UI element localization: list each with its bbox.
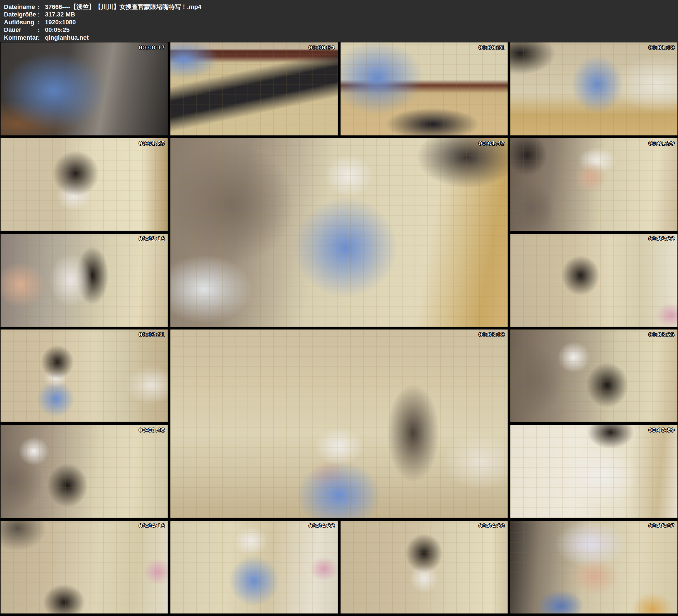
meta-row-filesize: Dateigröße : 317.32 MB [4,11,675,19]
meta-row-filename: Dateiname : 37666----【渎竺】【川川】女搜查官蒙眼堵嘴特写！… [4,3,675,11]
video-thumbnail: 00:02:33 [511,234,677,327]
video-thumbnail: 00:02:51 [1,330,167,422]
thumbnail-timestamp: 00:02:51 [139,331,165,338]
thumbnail-timestamp: 00:03:25 [648,331,675,338]
meta-row-duration: Dauer : 00:05:25 [4,26,675,34]
thumbnail-timestamp: 00:00:34 [309,44,335,51]
meta-separator: : [38,19,45,26]
thumbnail-timestamp: 00:01:59 [648,140,675,147]
thumbnail-timestamp: 00:03:42 [139,427,165,433]
thumbnail-timestamp: 00:05:07 [648,523,675,529]
thumbnail-timestamp: 00:01:08 [648,44,675,51]
resolution-value: 1920x1080 [45,19,675,26]
thumbnail-grid: 00:00:17 00:00:34 00:00:51 00:01:08 00:0… [1,42,677,614]
video-thumbnail: 00:05:07 [511,521,677,614]
video-thumbnail: 00:00:34 [171,42,337,136]
video-thumbnail: 00:04:33 [171,521,337,614]
video-thumbnail: 00:04:50 [341,521,507,614]
video-thumbnail: 00:00:17 [1,42,167,136]
video-thumbnail-large: 00:01:42 [171,138,507,327]
meta-separator: : [38,26,45,34]
thumbnail-timestamp: 00:00:51 [479,44,505,51]
meta-separator: : [38,11,45,18]
thumbnail-timestamp: 00:02:33 [648,235,675,242]
thumbnail-timestamp: 00:03:08 [479,331,505,338]
thumbnail-timestamp: 00:03:59 [648,427,675,433]
video-thumbnail: 00:00:51 [341,42,507,136]
video-thumbnail: 00:03:42 [1,425,167,518]
thumbnail-timestamp: 00:04:50 [479,523,505,529]
meta-label: Kommentar [4,34,38,41]
thumbnail-timestamp: 00:00:17 [139,44,165,51]
video-thumbnail: 00:03:59 [511,425,677,518]
thumbnail-timestamp: 00:01:42 [479,140,505,147]
video-thumbnail: 00:04:16 [1,521,167,614]
video-thumbnail: 00:01:08 [511,42,677,136]
video-thumbnail: 00:03:25 [511,330,677,422]
thumbnail-timestamp: 00:04:33 [309,523,335,529]
video-thumbnail: 00:02:16 [1,234,167,327]
meta-row-resolution: Auflösung : 1920x1080 [4,18,675,26]
meta-label: Dateigröße [4,11,38,18]
contact-sheet-screenshot: { "colors": { "header_bg": "#2e2e2e", "h… [0,0,678,616]
metadata-header: Dateiname : 37666----【渎竺】【川川】女搜查官蒙眼堵嘴特写！… [0,0,678,42]
video-thumbnail: 00:01:59 [511,138,677,231]
filesize-value: 317.32 MB [45,11,675,18]
comment-value: qinglanhua.net [45,34,675,41]
thumbnail-timestamp: 00:04:16 [139,523,165,529]
meta-separator: : [38,3,45,11]
meta-label: Auflösung [4,19,38,26]
duration-value: 00:05:25 [45,26,675,34]
meta-label: Dateiname [4,3,38,11]
meta-label: Dauer [4,26,38,34]
filename-value: 37666----【渎竺】【川川】女搜查官蒙眼堵嘴特写！.mp4 [45,3,675,11]
meta-separator: : [38,34,45,41]
video-thumbnail: 00:01:25 [1,138,167,231]
thumbnail-timestamp: 00:01:25 [139,140,165,147]
meta-row-comment: Kommentar : qinglanhua.net [4,34,675,42]
video-thumbnail-large: 00:03:08 [171,330,507,518]
thumbnail-timestamp: 00:02:16 [139,235,165,242]
